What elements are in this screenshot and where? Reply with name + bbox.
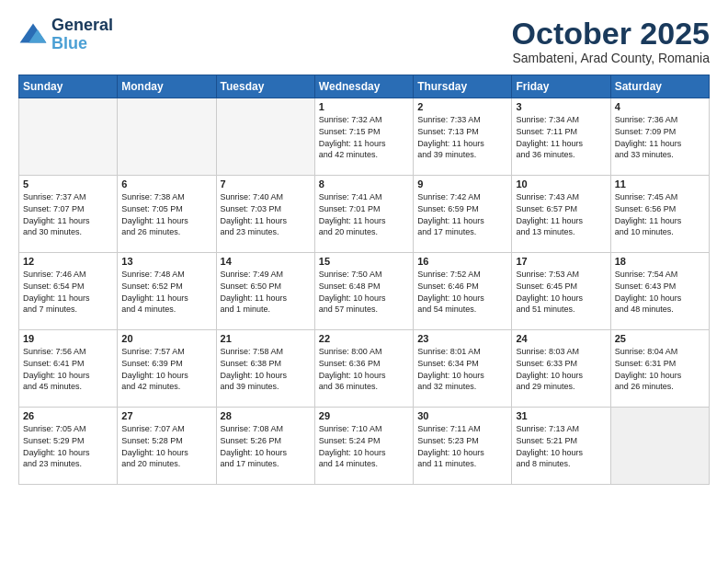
day-info: Sunrise: 7:52 AM Sunset: 6:46 PM Dayligh… bbox=[417, 269, 507, 315]
day-number: 3 bbox=[516, 101, 606, 112]
calendar-cell: 31Sunrise: 7:13 AM Sunset: 5:21 PM Dayli… bbox=[512, 408, 610, 485]
day-info: Sunrise: 7:41 AM Sunset: 7:01 PM Dayligh… bbox=[319, 191, 409, 237]
header: General Blue October 2025 Sambateni, Ara… bbox=[18, 17, 710, 65]
calendar-cell: 27Sunrise: 7:07 AM Sunset: 5:28 PM Dayli… bbox=[118, 408, 216, 485]
day-number: 24 bbox=[516, 333, 606, 344]
day-info: Sunrise: 7:36 AM Sunset: 7:09 PM Dayligh… bbox=[615, 114, 705, 160]
day-info: Sunrise: 7:53 AM Sunset: 6:45 PM Dayligh… bbox=[516, 269, 606, 315]
day-number: 27 bbox=[121, 410, 211, 421]
day-info: Sunrise: 7:05 AM Sunset: 5:29 PM Dayligh… bbox=[23, 423, 113, 469]
calendar-cell: 28Sunrise: 7:08 AM Sunset: 5:26 PM Dayli… bbox=[216, 408, 314, 485]
calendar-cell: 12Sunrise: 7:46 AM Sunset: 6:54 PM Dayli… bbox=[19, 253, 118, 330]
calendar-cell bbox=[118, 98, 216, 176]
day-number: 1 bbox=[319, 101, 409, 112]
weekday-saturday: Saturday bbox=[610, 75, 709, 98]
day-number: 31 bbox=[516, 410, 606, 421]
day-info: Sunrise: 7:50 AM Sunset: 6:48 PM Dayligh… bbox=[319, 269, 409, 315]
day-number: 14 bbox=[221, 256, 311, 267]
weekday-monday: Monday bbox=[118, 75, 216, 98]
day-info: Sunrise: 8:00 AM Sunset: 6:36 PM Dayligh… bbox=[319, 346, 409, 392]
page: General Blue October 2025 Sambateni, Ara… bbox=[0, 0, 728, 494]
title-block: October 2025 Sambateni, Arad County, Rom… bbox=[512, 17, 710, 65]
day-number: 16 bbox=[417, 256, 507, 267]
weekday-friday: Friday bbox=[512, 75, 610, 98]
day-info: Sunrise: 7:57 AM Sunset: 6:39 PM Dayligh… bbox=[121, 346, 211, 392]
day-info: Sunrise: 7:11 AM Sunset: 5:23 PM Dayligh… bbox=[417, 423, 507, 469]
calendar-cell: 6Sunrise: 7:38 AM Sunset: 7:05 PM Daylig… bbox=[118, 176, 216, 253]
day-number: 23 bbox=[417, 333, 507, 344]
calendar-cell: 5Sunrise: 7:37 AM Sunset: 7:07 PM Daylig… bbox=[19, 176, 118, 253]
weekday-sunday: Sunday bbox=[19, 75, 118, 98]
day-info: Sunrise: 7:45 AM Sunset: 6:56 PM Dayligh… bbox=[615, 191, 705, 237]
day-number: 30 bbox=[417, 410, 507, 421]
calendar-cell: 13Sunrise: 7:48 AM Sunset: 6:52 PM Dayli… bbox=[118, 253, 216, 330]
month-title: October 2025 bbox=[512, 17, 710, 51]
logo: General Blue bbox=[18, 17, 113, 53]
calendar-cell: 25Sunrise: 8:04 AM Sunset: 6:31 PM Dayli… bbox=[610, 330, 709, 408]
location: Sambateni, Arad County, Romania bbox=[512, 51, 710, 65]
week-row-3: 12Sunrise: 7:46 AM Sunset: 6:54 PM Dayli… bbox=[19, 253, 710, 330]
week-row-5: 26Sunrise: 7:05 AM Sunset: 5:29 PM Dayli… bbox=[19, 408, 710, 485]
calendar-cell: 26Sunrise: 7:05 AM Sunset: 5:29 PM Dayli… bbox=[19, 408, 118, 485]
day-number: 21 bbox=[221, 333, 311, 344]
day-info: Sunrise: 7:49 AM Sunset: 6:50 PM Dayligh… bbox=[221, 269, 311, 315]
calendar-cell: 15Sunrise: 7:50 AM Sunset: 6:48 PM Dayli… bbox=[314, 253, 413, 330]
weekday-wednesday: Wednesday bbox=[314, 75, 413, 98]
day-info: Sunrise: 7:58 AM Sunset: 6:38 PM Dayligh… bbox=[221, 346, 311, 392]
day-info: Sunrise: 7:34 AM Sunset: 7:11 PM Dayligh… bbox=[516, 114, 606, 160]
day-info: Sunrise: 7:38 AM Sunset: 7:05 PM Dayligh… bbox=[121, 191, 211, 237]
day-info: Sunrise: 7:32 AM Sunset: 7:15 PM Dayligh… bbox=[319, 114, 409, 160]
calendar-cell: 2Sunrise: 7:33 AM Sunset: 7:13 PM Daylig… bbox=[414, 98, 512, 176]
weekday-header-row: SundayMondayTuesdayWednesdayThursdayFrid… bbox=[19, 75, 710, 98]
day-number: 10 bbox=[516, 178, 606, 190]
day-number: 26 bbox=[23, 410, 113, 421]
calendar-cell: 7Sunrise: 7:40 AM Sunset: 7:03 PM Daylig… bbox=[216, 176, 314, 253]
calendar-cell: 16Sunrise: 7:52 AM Sunset: 6:46 PM Dayli… bbox=[414, 253, 512, 330]
calendar-cell: 23Sunrise: 8:01 AM Sunset: 6:34 PM Dayli… bbox=[414, 330, 512, 408]
logo-icon bbox=[18, 22, 48, 48]
calendar-cell: 21Sunrise: 7:58 AM Sunset: 6:38 PM Dayli… bbox=[216, 330, 314, 408]
day-info: Sunrise: 7:10 AM Sunset: 5:24 PM Dayligh… bbox=[319, 423, 409, 469]
calendar-cell: 8Sunrise: 7:41 AM Sunset: 7:01 PM Daylig… bbox=[314, 176, 413, 253]
day-info: Sunrise: 7:37 AM Sunset: 7:07 PM Dayligh… bbox=[23, 191, 113, 237]
calendar-cell: 30Sunrise: 7:11 AM Sunset: 5:23 PM Dayli… bbox=[414, 408, 512, 485]
calendar-cell: 1Sunrise: 7:32 AM Sunset: 7:15 PM Daylig… bbox=[314, 98, 413, 176]
day-number: 2 bbox=[417, 101, 507, 112]
calendar-cell: 14Sunrise: 7:49 AM Sunset: 6:50 PM Dayli… bbox=[216, 253, 314, 330]
calendar-cell: 24Sunrise: 8:03 AM Sunset: 6:33 PM Dayli… bbox=[512, 330, 610, 408]
day-info: Sunrise: 7:48 AM Sunset: 6:52 PM Dayligh… bbox=[121, 269, 211, 315]
day-number: 29 bbox=[319, 410, 409, 421]
day-number: 25 bbox=[615, 333, 705, 344]
day-info: Sunrise: 7:07 AM Sunset: 5:28 PM Dayligh… bbox=[121, 423, 211, 469]
calendar-cell: 17Sunrise: 7:53 AM Sunset: 6:45 PM Dayli… bbox=[512, 253, 610, 330]
day-info: Sunrise: 8:04 AM Sunset: 6:31 PM Dayligh… bbox=[615, 346, 705, 392]
day-number: 6 bbox=[121, 178, 211, 190]
day-info: Sunrise: 8:03 AM Sunset: 6:33 PM Dayligh… bbox=[516, 346, 606, 392]
day-number: 13 bbox=[121, 256, 211, 267]
calendar-cell: 4Sunrise: 7:36 AM Sunset: 7:09 PM Daylig… bbox=[610, 98, 709, 176]
calendar-cell: 9Sunrise: 7:42 AM Sunset: 6:59 PM Daylig… bbox=[414, 176, 512, 253]
calendar-cell: 18Sunrise: 7:54 AM Sunset: 6:43 PM Dayli… bbox=[610, 253, 709, 330]
day-number: 19 bbox=[23, 333, 113, 344]
day-info: Sunrise: 7:40 AM Sunset: 7:03 PM Dayligh… bbox=[221, 191, 311, 237]
day-number: 15 bbox=[319, 256, 409, 267]
calendar-cell: 19Sunrise: 7:56 AM Sunset: 6:41 PM Dayli… bbox=[19, 330, 118, 408]
weekday-thursday: Thursday bbox=[414, 75, 512, 98]
calendar-cell: 29Sunrise: 7:10 AM Sunset: 5:24 PM Dayli… bbox=[314, 408, 413, 485]
day-number: 11 bbox=[615, 178, 705, 190]
day-info: Sunrise: 7:42 AM Sunset: 6:59 PM Dayligh… bbox=[417, 191, 507, 237]
week-row-4: 19Sunrise: 7:56 AM Sunset: 6:41 PM Dayli… bbox=[19, 330, 710, 408]
day-number: 28 bbox=[221, 410, 311, 421]
calendar-cell bbox=[216, 98, 314, 176]
calendar: SundayMondayTuesdayWednesdayThursdayFrid… bbox=[18, 75, 710, 485]
calendar-cell bbox=[610, 408, 709, 485]
week-row-2: 5Sunrise: 7:37 AM Sunset: 7:07 PM Daylig… bbox=[19, 176, 710, 253]
day-number: 20 bbox=[121, 333, 211, 344]
day-number: 22 bbox=[319, 333, 409, 344]
calendar-cell bbox=[19, 98, 118, 176]
day-info: Sunrise: 8:01 AM Sunset: 6:34 PM Dayligh… bbox=[417, 346, 507, 392]
calendar-cell: 3Sunrise: 7:34 AM Sunset: 7:11 PM Daylig… bbox=[512, 98, 610, 176]
week-row-1: 1Sunrise: 7:32 AM Sunset: 7:15 PM Daylig… bbox=[19, 98, 710, 176]
day-number: 8 bbox=[319, 178, 409, 190]
calendar-cell: 20Sunrise: 7:57 AM Sunset: 6:39 PM Dayli… bbox=[118, 330, 216, 408]
